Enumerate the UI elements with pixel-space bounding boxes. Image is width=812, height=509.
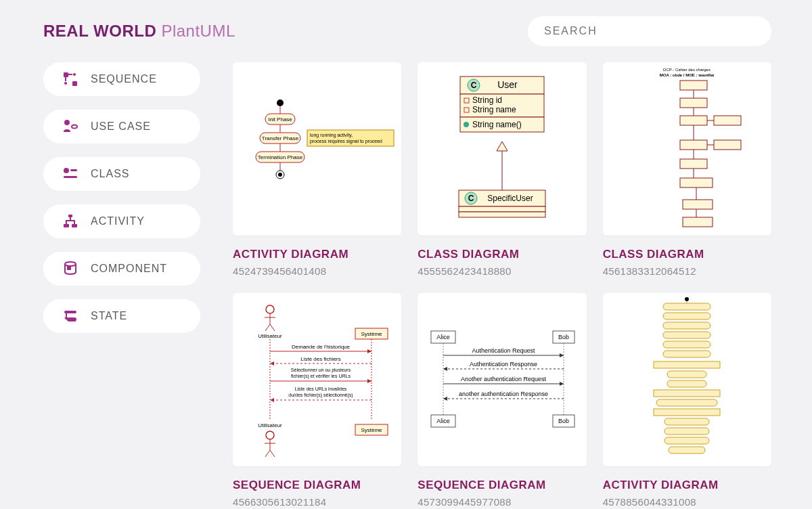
sidebar-item-state[interactable]: STATE (43, 299, 200, 333)
svg-rect-51 (459, 206, 545, 212)
svg-point-6 (64, 168, 69, 173)
svg-rect-132 (663, 332, 710, 338)
logo-bold: REAL WORLD (43, 22, 156, 40)
diagram-thumbnail (603, 293, 771, 466)
svg-rect-63 (683, 200, 713, 209)
svg-point-99 (266, 431, 274, 439)
result-card[interactable]: ACTIVITY DIAGRAM 4578856044331008 (603, 293, 771, 508)
result-card[interactable]: Init Phase Transfer Phase long running a… (233, 62, 401, 277)
svg-rect-8 (64, 176, 77, 178)
sidebar-item-label: COMPONENT (91, 263, 167, 275)
sidebar-item-usecase[interactable]: USE CASE (43, 110, 200, 143)
sidebar-item-activity[interactable]: ACTIVITY (43, 204, 200, 238)
svg-text:Authentication Request: Authentication Request (472, 347, 535, 354)
svg-rect-130 (663, 313, 710, 319)
diagram-thumbnail: Utilisateur Système Demande de l'histori… (233, 293, 401, 466)
svg-rect-59 (680, 140, 707, 150)
logo[interactable]: REAL WORLD PlantUML (43, 22, 235, 41)
svg-text:Another authentication Request: Another authentication Request (461, 376, 547, 382)
svg-point-4 (65, 120, 69, 125)
class-icon (62, 166, 78, 182)
state-icon (62, 308, 78, 324)
svg-text:DCP - Cahier des charges: DCP - Cahier des charges (663, 68, 710, 72)
results-grid: Init Phase Transfer Phase long running a… (233, 62, 771, 508)
sidebar-item-label: SEQUENCE (91, 73, 157, 85)
svg-marker-45 (497, 141, 508, 151)
sidebar: SEQUENCE USE CASE CLASS ACTIVITY COMPONE… (43, 62, 200, 508)
svg-point-74 (266, 305, 274, 313)
card-subtitle: 4566305613021184 (233, 496, 401, 508)
svg-marker-120 (560, 382, 564, 386)
card-title: ACTIVITY DIAGRAM (603, 479, 771, 492)
svg-rect-11 (72, 224, 77, 227)
result-card[interactable]: Utilisateur Système Demande de l'histori… (233, 293, 401, 508)
svg-text:Alice: Alice (436, 334, 450, 340)
svg-rect-55 (680, 81, 707, 90)
sidebar-item-class[interactable]: CLASS (43, 157, 200, 191)
sidebar-item-component[interactable]: COMPONENT (43, 252, 200, 286)
sidebar-item-label: CLASS (91, 168, 129, 180)
svg-rect-14 (64, 311, 76, 313)
sidebar-item-label: USE CASE (91, 120, 151, 133)
svg-point-17 (277, 99, 284, 106)
sidebar-item-label: ACTIVITY (91, 215, 145, 227)
svg-text:long running activity,: long running activity, (310, 133, 353, 138)
svg-marker-97 (270, 398, 274, 402)
result-card[interactable]: C User String id String name String name… (418, 62, 586, 277)
svg-text:Bob: Bob (558, 418, 569, 424)
card-title: CLASS DIAGRAM (603, 248, 771, 261)
svg-rect-9 (68, 215, 72, 217)
svg-rect-64 (683, 217, 713, 227)
svg-text:process requires signal to pro: process requires signal to proceed (310, 139, 382, 144)
svg-text:Utilisateur: Utilisateur (258, 333, 282, 339)
sidebar-item-label: STATE (91, 310, 127, 322)
component-icon (62, 261, 78, 277)
search-input[interactable] (544, 25, 755, 37)
svg-rect-129 (663, 303, 710, 310)
svg-text:Système: Système (361, 427, 382, 433)
svg-rect-1 (72, 81, 77, 86)
svg-rect-141 (664, 418, 709, 425)
search-box[interactable] (528, 16, 771, 46)
svg-text:Système: Système (361, 331, 382, 337)
svg-marker-93 (367, 379, 371, 383)
svg-point-32 (278, 173, 282, 177)
svg-rect-52 (459, 212, 545, 217)
svg-text:Utilisateur: Utilisateur (258, 422, 282, 428)
diagram-thumbnail: Init Phase Transfer Phase long running a… (233, 62, 401, 236)
svg-point-12 (65, 262, 76, 266)
svg-line-103 (270, 450, 275, 457)
svg-rect-62 (680, 178, 713, 187)
svg-rect-56 (680, 98, 707, 108)
result-card[interactable]: Alice Bob Authentication Request Authent… (418, 293, 586, 508)
svg-rect-10 (64, 224, 69, 227)
svg-text:Termination Phase: Termination Phase (258, 154, 303, 160)
svg-text:Liste des URLs invalides: Liste des URLs invalides (294, 386, 346, 391)
svg-text:another authentication Respons: another authentication Response (459, 391, 548, 397)
main: SEQUENCE USE CASE CLASS ACTIVITY COMPONE… (0, 46, 812, 508)
svg-text:C: C (468, 194, 474, 203)
svg-line-77 (265, 324, 270, 331)
card-subtitle: 4573099445977088 (418, 496, 586, 508)
svg-text:C: C (471, 81, 477, 90)
svg-rect-142 (664, 428, 709, 435)
usecase-icon (62, 118, 78, 135)
svg-rect-13 (68, 267, 70, 269)
svg-line-102 (265, 450, 270, 457)
svg-rect-137 (667, 380, 706, 387)
svg-text:Transfer Phase: Transfer Phase (261, 135, 298, 141)
svg-text:String name: String name (472, 105, 516, 114)
svg-text:fichier(s) et vérifier les URL: fichier(s) et vérifier les URLs (291, 374, 351, 379)
svg-marker-123 (443, 397, 447, 401)
card-title: SEQUENCE DIAGRAM (233, 479, 401, 492)
svg-rect-58 (714, 116, 741, 125)
sidebar-item-sequence[interactable]: SEQUENCE (43, 62, 200, 96)
svg-rect-0 (64, 72, 68, 77)
sequence-icon (62, 71, 78, 87)
svg-rect-57 (680, 116, 707, 125)
svg-rect-15 (67, 317, 76, 322)
diagram-thumbnail: C User String id String name String name… (418, 62, 586, 236)
card-subtitle: 4561383312064512 (603, 265, 771, 277)
svg-point-43 (464, 122, 469, 127)
result-card[interactable]: DCP - Cahier des charges MOA : obde / MO… (603, 62, 771, 277)
